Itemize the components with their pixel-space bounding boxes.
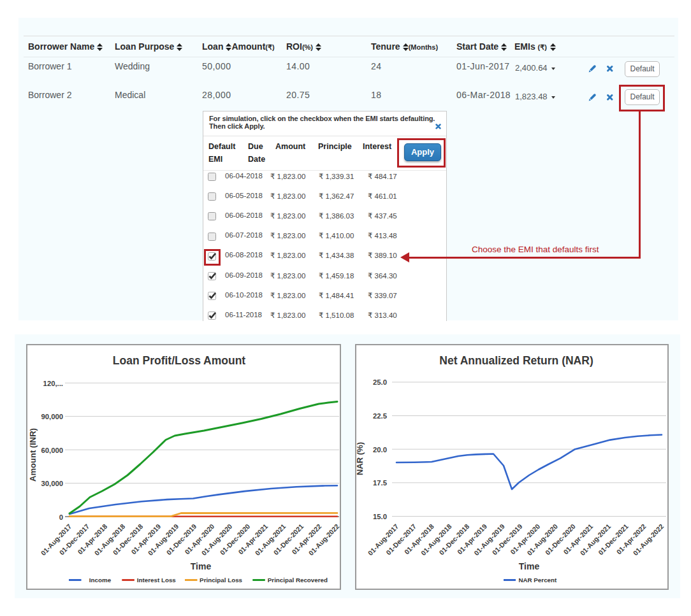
svg-text:Loan Profit/Loss Amount: Loan Profit/Loss Amount — [113, 354, 246, 367]
svg-text:90,000: 90,000 — [41, 413, 63, 420]
svg-text:Time: Time — [191, 561, 212, 571]
svg-text:Net Annualized Return (NAR): Net Annualized Return (NAR) — [439, 354, 593, 367]
svg-text:30,000: 30,000 — [41, 480, 63, 487]
svg-text:22.5: 22.5 — [373, 412, 387, 420]
svg-text:25.0: 25.0 — [373, 378, 387, 386]
svg-text:0: 0 — [59, 513, 63, 521]
svg-text:17.5: 17.5 — [373, 479, 387, 487]
svg-text:Time: Time — [519, 561, 540, 571]
svg-text:Principal Loss: Principal Loss — [200, 577, 243, 584]
svg-text:NAR (%): NAR (%) — [356, 442, 365, 475]
svg-text:Principal Recovered: Principal Recovered — [268, 577, 328, 584]
svg-text:20.0: 20.0 — [373, 446, 387, 454]
svg-text:Income: Income — [89, 577, 112, 584]
svg-text:120,...: 120,... — [43, 380, 63, 387]
svg-text:15.0: 15.0 — [373, 513, 387, 520]
svg-text:Interest Loss: Interest Loss — [137, 577, 177, 584]
svg-text:NAR Percent: NAR Percent — [518, 577, 557, 584]
svg-text:Amount (INR): Amount (INR) — [28, 428, 38, 482]
svg-text:60,000: 60,000 — [41, 447, 63, 454]
